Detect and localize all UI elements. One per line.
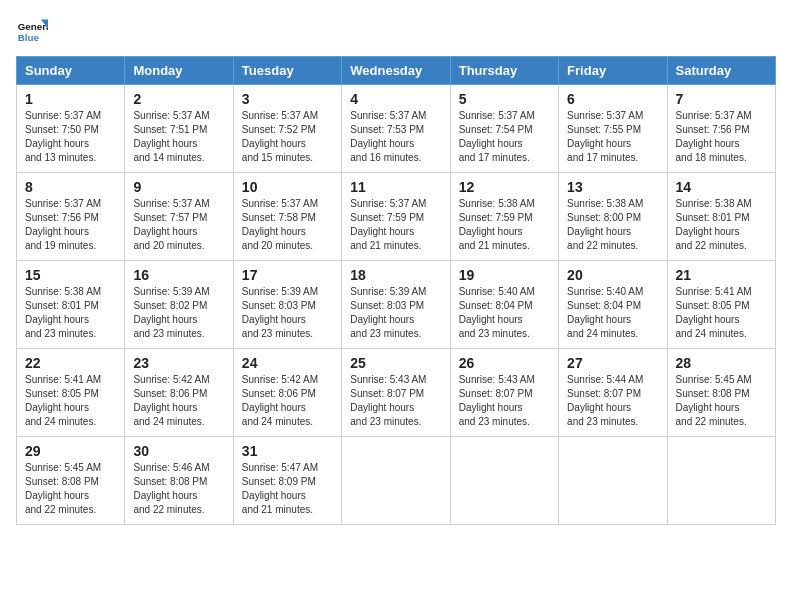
col-header-thursday: Thursday xyxy=(450,57,558,85)
day-number: 4 xyxy=(350,91,441,107)
calendar-header-row: SundayMondayTuesdayWednesdayThursdayFrid… xyxy=(17,57,776,85)
calendar-cell: 28Sunrise: 5:45 AMSunset: 8:08 PMDayligh… xyxy=(667,349,775,437)
day-number: 23 xyxy=(133,355,224,371)
day-info: Sunrise: 5:42 AMSunset: 8:06 PMDaylight … xyxy=(242,373,333,429)
day-info: Sunrise: 5:44 AMSunset: 8:07 PMDaylight … xyxy=(567,373,658,429)
day-info: Sunrise: 5:39 AMSunset: 8:02 PMDaylight … xyxy=(133,285,224,341)
calendar-cell: 21Sunrise: 5:41 AMSunset: 8:05 PMDayligh… xyxy=(667,261,775,349)
day-info: Sunrise: 5:47 AMSunset: 8:09 PMDaylight … xyxy=(242,461,333,517)
calendar-cell: 4Sunrise: 5:37 AMSunset: 7:53 PMDaylight… xyxy=(342,85,450,173)
calendar-cell xyxy=(667,437,775,525)
page-wrapper: General Blue SundayMondayTuesdayWednesda… xyxy=(16,16,776,525)
day-info: Sunrise: 5:38 AMSunset: 7:59 PMDaylight … xyxy=(459,197,550,253)
day-info: Sunrise: 5:37 AMSunset: 7:54 PMDaylight … xyxy=(459,109,550,165)
day-info: Sunrise: 5:45 AMSunset: 8:08 PMDaylight … xyxy=(25,461,116,517)
day-info: Sunrise: 5:38 AMSunset: 8:01 PMDaylight … xyxy=(25,285,116,341)
day-info: Sunrise: 5:37 AMSunset: 7:56 PMDaylight … xyxy=(676,109,767,165)
day-number: 20 xyxy=(567,267,658,283)
svg-text:General: General xyxy=(18,21,48,32)
day-info: Sunrise: 5:41 AMSunset: 8:05 PMDaylight … xyxy=(25,373,116,429)
calendar-cell xyxy=(450,437,558,525)
day-info: Sunrise: 5:37 AMSunset: 7:51 PMDaylight … xyxy=(133,109,224,165)
calendar-cell: 9Sunrise: 5:37 AMSunset: 7:57 PMDaylight… xyxy=(125,173,233,261)
day-number: 16 xyxy=(133,267,224,283)
calendar-cell: 6Sunrise: 5:37 AMSunset: 7:55 PMDaylight… xyxy=(559,85,667,173)
col-header-tuesday: Tuesday xyxy=(233,57,341,85)
day-number: 7 xyxy=(676,91,767,107)
day-info: Sunrise: 5:39 AMSunset: 8:03 PMDaylight … xyxy=(242,285,333,341)
day-number: 14 xyxy=(676,179,767,195)
calendar-cell: 29Sunrise: 5:45 AMSunset: 8:08 PMDayligh… xyxy=(17,437,125,525)
day-number: 6 xyxy=(567,91,658,107)
day-number: 9 xyxy=(133,179,224,195)
calendar-cell: 25Sunrise: 5:43 AMSunset: 8:07 PMDayligh… xyxy=(342,349,450,437)
day-number: 24 xyxy=(242,355,333,371)
day-info: Sunrise: 5:41 AMSunset: 8:05 PMDaylight … xyxy=(676,285,767,341)
day-number: 11 xyxy=(350,179,441,195)
col-header-friday: Friday xyxy=(559,57,667,85)
day-info: Sunrise: 5:43 AMSunset: 8:07 PMDaylight … xyxy=(459,373,550,429)
calendar-cell: 20Sunrise: 5:40 AMSunset: 8:04 PMDayligh… xyxy=(559,261,667,349)
calendar-cell: 27Sunrise: 5:44 AMSunset: 8:07 PMDayligh… xyxy=(559,349,667,437)
day-info: Sunrise: 5:37 AMSunset: 7:52 PMDaylight … xyxy=(242,109,333,165)
day-number: 17 xyxy=(242,267,333,283)
calendar-cell: 17Sunrise: 5:39 AMSunset: 8:03 PMDayligh… xyxy=(233,261,341,349)
calendar-cell: 13Sunrise: 5:38 AMSunset: 8:00 PMDayligh… xyxy=(559,173,667,261)
calendar-table: SundayMondayTuesdayWednesdayThursdayFrid… xyxy=(16,56,776,525)
day-info: Sunrise: 5:37 AMSunset: 7:56 PMDaylight … xyxy=(25,197,116,253)
day-number: 3 xyxy=(242,91,333,107)
calendar-cell: 2Sunrise: 5:37 AMSunset: 7:51 PMDaylight… xyxy=(125,85,233,173)
day-number: 13 xyxy=(567,179,658,195)
calendar-cell: 22Sunrise: 5:41 AMSunset: 8:05 PMDayligh… xyxy=(17,349,125,437)
calendar-cell: 7Sunrise: 5:37 AMSunset: 7:56 PMDaylight… xyxy=(667,85,775,173)
calendar-week-row-2: 8Sunrise: 5:37 AMSunset: 7:56 PMDaylight… xyxy=(17,173,776,261)
day-number: 10 xyxy=(242,179,333,195)
calendar-cell: 16Sunrise: 5:39 AMSunset: 8:02 PMDayligh… xyxy=(125,261,233,349)
calendar-cell: 3Sunrise: 5:37 AMSunset: 7:52 PMDaylight… xyxy=(233,85,341,173)
day-number: 19 xyxy=(459,267,550,283)
day-number: 8 xyxy=(25,179,116,195)
day-info: Sunrise: 5:39 AMSunset: 8:03 PMDaylight … xyxy=(350,285,441,341)
calendar-cell: 31Sunrise: 5:47 AMSunset: 8:09 PMDayligh… xyxy=(233,437,341,525)
header: General Blue xyxy=(16,16,776,48)
calendar-cell: 11Sunrise: 5:37 AMSunset: 7:59 PMDayligh… xyxy=(342,173,450,261)
calendar-cell: 24Sunrise: 5:42 AMSunset: 8:06 PMDayligh… xyxy=(233,349,341,437)
day-info: Sunrise: 5:37 AMSunset: 7:55 PMDaylight … xyxy=(567,109,658,165)
day-info: Sunrise: 5:37 AMSunset: 7:58 PMDaylight … xyxy=(242,197,333,253)
day-number: 31 xyxy=(242,443,333,459)
day-number: 21 xyxy=(676,267,767,283)
day-number: 15 xyxy=(25,267,116,283)
col-header-monday: Monday xyxy=(125,57,233,85)
calendar-cell: 8Sunrise: 5:37 AMSunset: 7:56 PMDaylight… xyxy=(17,173,125,261)
calendar-cell: 10Sunrise: 5:37 AMSunset: 7:58 PMDayligh… xyxy=(233,173,341,261)
calendar-cell: 26Sunrise: 5:43 AMSunset: 8:07 PMDayligh… xyxy=(450,349,558,437)
calendar-cell: 12Sunrise: 5:38 AMSunset: 7:59 PMDayligh… xyxy=(450,173,558,261)
calendar-week-row-4: 22Sunrise: 5:41 AMSunset: 8:05 PMDayligh… xyxy=(17,349,776,437)
calendar-cell: 15Sunrise: 5:38 AMSunset: 8:01 PMDayligh… xyxy=(17,261,125,349)
day-info: Sunrise: 5:37 AMSunset: 7:57 PMDaylight … xyxy=(133,197,224,253)
day-info: Sunrise: 5:40 AMSunset: 8:04 PMDaylight … xyxy=(567,285,658,341)
calendar-cell: 1Sunrise: 5:37 AMSunset: 7:50 PMDaylight… xyxy=(17,85,125,173)
day-info: Sunrise: 5:45 AMSunset: 8:08 PMDaylight … xyxy=(676,373,767,429)
calendar-cell: 30Sunrise: 5:46 AMSunset: 8:08 PMDayligh… xyxy=(125,437,233,525)
calendar-cell: 19Sunrise: 5:40 AMSunset: 8:04 PMDayligh… xyxy=(450,261,558,349)
logo: General Blue xyxy=(16,16,52,48)
day-info: Sunrise: 5:42 AMSunset: 8:06 PMDaylight … xyxy=(133,373,224,429)
day-number: 26 xyxy=(459,355,550,371)
calendar-cell: 18Sunrise: 5:39 AMSunset: 8:03 PMDayligh… xyxy=(342,261,450,349)
day-info: Sunrise: 5:37 AMSunset: 7:50 PMDaylight … xyxy=(25,109,116,165)
svg-text:Blue: Blue xyxy=(18,32,40,43)
day-number: 5 xyxy=(459,91,550,107)
calendar-cell: 23Sunrise: 5:42 AMSunset: 8:06 PMDayligh… xyxy=(125,349,233,437)
day-info: Sunrise: 5:46 AMSunset: 8:08 PMDaylight … xyxy=(133,461,224,517)
day-number: 30 xyxy=(133,443,224,459)
calendar-week-row-5: 29Sunrise: 5:45 AMSunset: 8:08 PMDayligh… xyxy=(17,437,776,525)
day-number: 12 xyxy=(459,179,550,195)
calendar-cell: 14Sunrise: 5:38 AMSunset: 8:01 PMDayligh… xyxy=(667,173,775,261)
day-info: Sunrise: 5:43 AMSunset: 8:07 PMDaylight … xyxy=(350,373,441,429)
logo-icon: General Blue xyxy=(16,16,48,48)
calendar-week-row-1: 1Sunrise: 5:37 AMSunset: 7:50 PMDaylight… xyxy=(17,85,776,173)
col-header-saturday: Saturday xyxy=(667,57,775,85)
day-info: Sunrise: 5:38 AMSunset: 8:01 PMDaylight … xyxy=(676,197,767,253)
calendar-week-row-3: 15Sunrise: 5:38 AMSunset: 8:01 PMDayligh… xyxy=(17,261,776,349)
